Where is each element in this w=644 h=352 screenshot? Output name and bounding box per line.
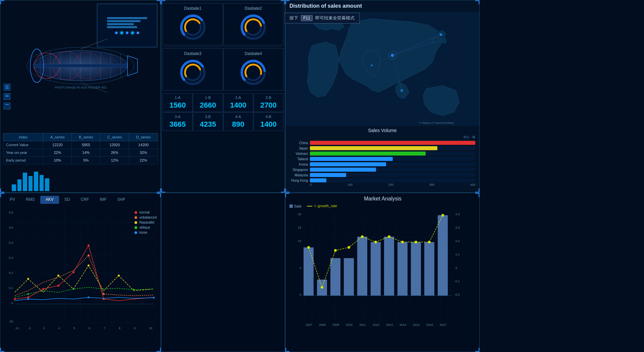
svg-point-126 (441, 214, 444, 217)
gauges-panel: Dasbate1 Dasbate2 (161, 0, 285, 193)
svg-point-78 (88, 244, 90, 246)
table-row: Early period 10% 5% 12% 22% (3, 156, 158, 164)
svg-point-85 (118, 275, 120, 277)
legend-sale: Sale (289, 204, 302, 208)
mini-bar-4 (29, 176, 33, 191)
bar-track-japan (310, 146, 475, 150)
machinery-image: PHOTO IMAGE PLACE HOLDER 002 (0, 0, 161, 131)
legend-label-oblique: oblique (139, 226, 150, 229)
legend-label-loose: loose (139, 231, 147, 234)
table-row: Year-on-year 22% 14% 26% 32% (3, 149, 158, 156)
legend-oblique: oblique (135, 226, 157, 229)
gauge-label-2: Dasbate2 (245, 6, 262, 11)
axis-300: 300 (429, 183, 434, 186)
wave-legend: normal unbalanced Noparallel oblique loo… (135, 211, 157, 234)
ring-gauge-2 (238, 12, 268, 42)
col-d: D_series (129, 133, 158, 141)
bar-fill-singapore (310, 168, 376, 172)
row2-a: 22% (43, 149, 72, 156)
mini-bar-5 (34, 172, 38, 191)
bar-fill-vietnam (310, 152, 426, 156)
svg-text:6: 6 (89, 327, 90, 330)
svg-text:0.2: 0.2 (9, 271, 13, 275)
row2-b: 14% (72, 149, 100, 156)
sales-bar-row-singapore: Singapore (289, 168, 475, 172)
world-map-svg: © Mapbox © OpenStreetMap (285, 12, 479, 126)
row3-c: 12% (100, 156, 129, 164)
sales-bar-row-japan: Japan (289, 146, 475, 150)
map-area: © Mapbox © OpenStreetMap (285, 12, 479, 126)
table-row: Current Value 12220 5855 12920 14200 (3, 141, 158, 149)
axis-200: 200 (388, 183, 393, 186)
svg-point-88 (133, 289, 135, 291)
row3-a: 10% (43, 156, 72, 164)
wave-chart-area: normal unbalanced Noparallel oblique loo… (0, 204, 161, 335)
legend-sale-square (289, 204, 293, 208)
svg-text:0: 0 (300, 293, 301, 296)
bar-fill-tailand (310, 157, 393, 161)
tab-pv[interactable]: PV (4, 196, 20, 204)
svg-text:© Mapbox © OpenStreetMap: © Mapbox © OpenStreetMap (419, 121, 454, 124)
bar-2011 (357, 237, 367, 296)
svg-point-84 (88, 265, 90, 267)
stats-panel (161, 193, 285, 352)
legend-unbalanced: unbalanced (135, 216, 157, 219)
svg-text:-20: -20 (9, 320, 13, 323)
svg-text:4: 4 (58, 327, 60, 330)
map-title: Distribution of sales amount (285, 0, 479, 12)
gauge-svg-1 (178, 12, 208, 42)
stats-empty (161, 193, 285, 352)
svg-point-49 (400, 89, 403, 92)
svg-point-117 (321, 286, 323, 289)
svg-text:0.3: 0.3 (455, 226, 460, 229)
bar-track-tailand (310, 157, 475, 161)
row1-c: 12920 (100, 141, 129, 149)
svg-line-22 (80, 39, 107, 49)
gauge-cell-4: Dasbate4 (223, 48, 284, 91)
bar-fill-korea (310, 162, 386, 166)
svg-text:10: 10 (149, 327, 152, 330)
tab-shf[interactable]: SHF (112, 196, 131, 204)
bar-label-korea: Korea (289, 163, 308, 166)
tab-rms[interactable]: RMS (20, 196, 40, 204)
sales-axis: 0 100 200 300 400 (289, 182, 475, 186)
svg-text:-0.2: -0.2 (454, 293, 460, 296)
svg-point-87 (72, 288, 74, 290)
axis-400: 400 (470, 183, 475, 186)
bar-fill-hongkong (310, 178, 326, 182)
machinery-content: PHOTO IMAGE PLACE HOLDER 002 index (0, 0, 161, 192)
bar-track-hongkong (310, 178, 475, 182)
tab-sd[interactable]: SD (59, 196, 75, 204)
market-analysis: Market Analysis Sale ⊹ growth_rate (285, 193, 480, 352)
bar-2009 (330, 258, 340, 296)
bar-2017 (438, 215, 448, 296)
svg-text:2016: 2016 (426, 323, 433, 327)
split-layout: Market Analysis Sale ⊹ growth_rate (285, 193, 479, 352)
main-dashboard: 按下 F11 即可结束全荧幕模式 (0, 0, 644, 352)
bar-label-hongkong: Hong Kong (289, 179, 308, 182)
legend-growth-line (307, 206, 312, 207)
sales-bar-row-tailand: Tailand (289, 157, 475, 161)
bar-2007 (304, 247, 314, 296)
axis-100: 100 (347, 183, 353, 186)
bar-track-singapore (310, 168, 475, 172)
gauge-label-3: Dasbate3 (184, 51, 201, 56)
legend-label-normal: normal (139, 211, 150, 214)
svg-text:2007: 2007 (306, 323, 312, 327)
tab-akv[interactable]: AKV (40, 196, 59, 204)
row1-b: 5855 (72, 141, 100, 149)
tab-imf[interactable]: IMF (94, 196, 112, 204)
row2-label: Year-on-year (3, 149, 43, 156)
mini-bar-2 (17, 179, 22, 191)
ring-gauge-3 (178, 57, 208, 87)
row3-label: Early period (3, 156, 43, 164)
bar-fill-japan (310, 146, 437, 150)
svg-text:0.1: 0.1 (455, 253, 460, 256)
numbers-grid: 1-A 1560 1-B 2660 2-A 1400 2-B 2700 3-A … (161, 92, 285, 132)
svg-point-82 (27, 278, 29, 280)
row3-d: 22% (129, 156, 158, 164)
svg-text:7: 7 (104, 327, 105, 330)
bar-track-vietnam (310, 152, 475, 156)
tab-crf[interactable]: CRF (75, 196, 94, 204)
svg-point-91 (153, 297, 155, 299)
